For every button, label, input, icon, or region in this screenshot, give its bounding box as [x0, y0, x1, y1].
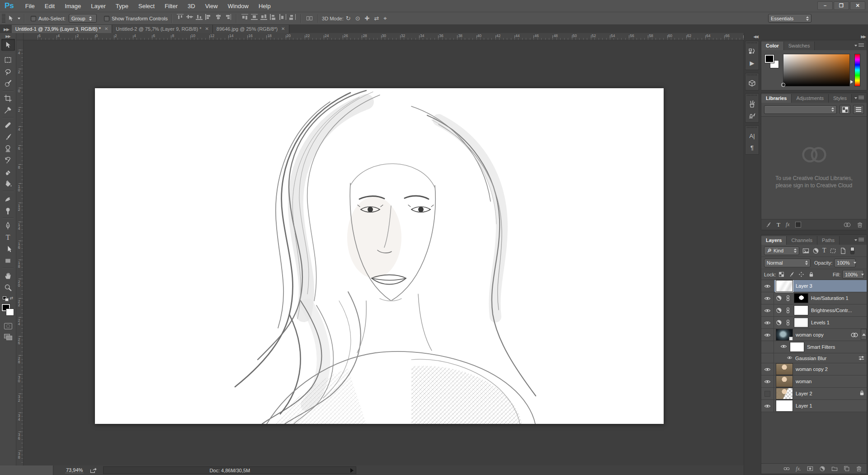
close-tab-icon[interactable]: ✕ — [281, 25, 285, 33]
document-tab[interactable]: Untitled-1 @ 73,9% (Layer 3, RGB/8) *✕ — [12, 25, 112, 33]
eraser-tool[interactable] — [1, 166, 15, 178]
filter-toggle[interactable] — [850, 247, 854, 254]
horizontal-ruler[interactable]: 6420246810121416182022242628303234363840… — [24, 33, 744, 40]
new-group-icon[interactable] — [831, 466, 838, 472]
filter-kind-dropdown[interactable]: 🔎︎ Kind — [764, 247, 799, 255]
layer-thumbnail[interactable] — [776, 400, 793, 412]
lock-all-icon[interactable] — [808, 271, 814, 277]
lock-transparency-icon[interactable] — [778, 271, 784, 277]
layer-row[interactable]: Levels 1 — [761, 317, 867, 329]
filter-shape-layers-icon[interactable] — [830, 247, 836, 254]
menu-image[interactable]: Image — [60, 0, 86, 12]
saturation-brightness-picker[interactable] — [783, 54, 850, 86]
filter-type-layers-icon[interactable]: T — [822, 247, 826, 254]
grid-view-button[interactable] — [840, 105, 850, 114]
panel-menu-icon[interactable] — [854, 43, 864, 48]
toolbar-collapse-icon[interactable]: ▶▶ — [0, 33, 16, 39]
new-adjustment-layer-icon[interactable] — [819, 466, 826, 472]
mask-link-icon[interactable] — [785, 319, 791, 326]
tab-layers[interactable]: Layers — [761, 236, 787, 245]
filter-adjustment-layers-icon[interactable] — [812, 247, 819, 254]
3d-scale-icon[interactable]: ⌖ — [383, 15, 387, 22]
align-bottom-edges-icon[interactable] — [196, 14, 203, 20]
add-layer-mask-icon[interactable] — [807, 466, 813, 472]
brush-presets-panel-icon[interactable] — [745, 98, 759, 109]
spot-healing-brush-tool[interactable] — [1, 119, 15, 131]
menu-filter[interactable]: Filter — [160, 0, 183, 12]
new-layer-icon[interactable] — [844, 466, 850, 472]
3d-slide-icon[interactable]: ⇄ — [374, 15, 379, 22]
align-top-edges-icon[interactable] — [177, 14, 184, 20]
layer-row[interactable]: Layer 1 — [761, 400, 867, 412]
layer-row[interactable]: Layer 3 — [761, 280, 867, 292]
tab-libraries[interactable]: Libraries — [761, 94, 792, 103]
opacity-field[interactable]: 100% — [834, 259, 856, 267]
distribute-bottom-edges-icon[interactable] — [260, 14, 267, 20]
quick-selection-tool[interactable] — [1, 77, 15, 89]
distribute-horizontal-centers-icon[interactable] — [279, 14, 286, 20]
auto-select-checkbox[interactable] — [31, 16, 36, 21]
lasso-tool[interactable] — [1, 66, 15, 77]
3d-drag-icon[interactable]: ✚ — [365, 15, 370, 22]
list-view-button[interactable] — [853, 105, 864, 114]
visibility-toggle[interactable] — [761, 388, 774, 399]
hue-slider[interactable] — [854, 54, 860, 86]
type-tool[interactable]: T — [1, 231, 15, 243]
history-panel-icon[interactable] — [745, 45, 759, 57]
current-tool-icon[interactable] — [7, 14, 16, 23]
hue-slider-knob[interactable] — [850, 80, 853, 84]
pen-tool[interactable] — [1, 219, 15, 231]
layer-mask-thumbnail[interactable] — [794, 318, 808, 328]
visibility-toggle[interactable] — [761, 280, 774, 292]
smudge-tool[interactable] — [1, 193, 15, 204]
fill-field[interactable]: 100% — [842, 270, 864, 279]
close-tab-icon[interactable]: ✕ — [104, 25, 108, 33]
layer-mask-thumbnail[interactable] — [794, 293, 808, 303]
align-left-edges-icon[interactable] — [205, 14, 212, 20]
add-fill-color-icon[interactable] — [795, 222, 801, 228]
filter-smart-objects-icon[interactable] — [840, 247, 846, 254]
layer-thumbnail[interactable] — [776, 388, 793, 399]
smart-object-thumbnail[interactable] — [776, 329, 793, 341]
panel-collapse-icon[interactable]: ▶▶ — [760, 33, 868, 40]
photoshop-logo[interactable]: Ps — [0, 1, 20, 10]
picker-knob[interactable] — [781, 83, 785, 87]
layer-style-icon[interactable]: fx. — [796, 466, 801, 472]
layer-row[interactable]: Gaussian Blur — [761, 353, 867, 363]
3d-properties-panel-icon[interactable] — [745, 77, 759, 89]
menu-type[interactable]: Type — [111, 0, 133, 12]
distribute-vertical-centers-icon[interactable] — [251, 14, 258, 20]
delete-icon[interactable] — [857, 222, 863, 228]
tab-overflow-icon[interactable]: ▶▶ — [0, 27, 12, 33]
clone-stamp-tool[interactable] — [1, 142, 15, 154]
visibility-toggle[interactable] — [761, 400, 774, 412]
crop-tool[interactable] — [1, 92, 15, 104]
filter-pixel-layers-icon[interactable] — [802, 247, 809, 254]
visibility-toggle[interactable] — [780, 343, 787, 351]
menu-3d[interactable]: 3D — [183, 0, 200, 12]
swap-colors-icon[interactable]: ⇄ — [10, 296, 14, 300]
mask-link-icon[interactable] — [785, 307, 791, 314]
distribute-right-edges-icon[interactable] — [289, 14, 296, 20]
menu-file[interactable]: File — [20, 0, 40, 12]
background-color-swatch[interactable] — [6, 309, 14, 316]
distribute-top-edges-icon[interactable] — [241, 14, 248, 20]
mask-link-icon[interactable] — [785, 295, 791, 301]
menu-view[interactable]: View — [200, 0, 223, 12]
filter-mask-thumbnail[interactable] — [790, 342, 804, 352]
sync-icon[interactable] — [843, 222, 851, 228]
minimize-button[interactable]: – — [817, 1, 833, 10]
dodge-tool[interactable] — [1, 204, 15, 216]
document-tab[interactable]: Untitled-2 @ 75,7% (Layer 9, RGB/8) *✕ — [112, 25, 212, 33]
link-layers-icon[interactable] — [783, 466, 790, 472]
menu-window[interactable]: Window — [223, 0, 254, 12]
dock-expand-icon[interactable]: ◀◀ — [744, 33, 760, 40]
3d-rotate-icon[interactable]: ↻ — [346, 15, 351, 22]
restore-button[interactable]: ❐ — [834, 1, 849, 10]
distribute-left-edges-icon[interactable] — [270, 14, 277, 20]
rectangular-marquee-tool[interactable] — [1, 54, 15, 66]
align-horizontal-centers-icon[interactable] — [215, 14, 222, 20]
quick-mask-button[interactable] — [4, 323, 12, 329]
clone-source-panel-icon[interactable] — [745, 109, 759, 121]
brush-tool[interactable] — [1, 131, 15, 142]
